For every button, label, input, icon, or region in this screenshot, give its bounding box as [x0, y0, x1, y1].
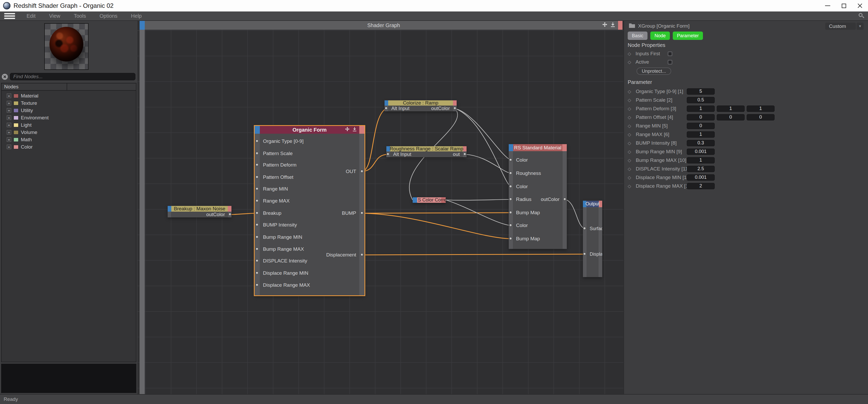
clear-search-button[interactable]: [2, 74, 8, 80]
menu-item-tools[interactable]: Tools: [74, 13, 86, 19]
expand-plus-icon[interactable]: +: [7, 108, 11, 113]
param-value-input[interactable]: 2: [687, 183, 715, 189]
input-port-displace-intensity[interactable]: [256, 259, 258, 262]
expand-plus-icon[interactable]: +: [7, 137, 11, 142]
param-value-input[interactable]: 0.3: [687, 140, 715, 146]
node-output[interactable]: OutputSurfacDispla: [583, 201, 602, 277]
input-port-radius[interactable]: [509, 198, 512, 201]
tab-basic[interactable]: Basic: [628, 32, 648, 40]
search-icon[interactable]: [858, 12, 864, 19]
param-value-input[interactable]: 0: [747, 114, 775, 120]
input-port-color[interactable]: [509, 185, 512, 188]
input-port-organic-type-0-9[interactable]: [256, 140, 258, 143]
import-icon[interactable]: [610, 22, 616, 29]
category-row-material[interactable]: +Material: [2, 92, 136, 99]
category-row-light[interactable]: +Light: [2, 121, 136, 129]
canvas-gutter[interactable]: [140, 21, 145, 394]
input-port-roughness[interactable]: [509, 172, 512, 175]
node-header[interactable]: Roughness Range : Scalar Ramp: [386, 146, 467, 151]
node-header[interactable]: S Color Correc: [413, 197, 446, 203]
output-port-displacement[interactable]: [361, 253, 364, 256]
param-value-input[interactable]: 5: [687, 88, 715, 95]
input-port-pattern-deform[interactable]: [256, 164, 258, 166]
node-header[interactable]: RS Standard Material: [509, 144, 567, 151]
node-s-color-correct[interactable]: S Color Correc: [413, 197, 446, 203]
nodes-column-header[interactable]: Nodes: [2, 83, 67, 90]
param-value-input[interactable]: 2.5: [687, 166, 715, 172]
minimize-button[interactable]: [819, 0, 836, 11]
input-port-alt-input[interactable]: [386, 153, 390, 155]
menu-item-help[interactable]: Help: [131, 13, 142, 19]
output-port-out[interactable]: [463, 153, 466, 155]
input-port-displace-range-max[interactable]: [256, 284, 258, 286]
input-port-bump-map[interactable]: [509, 211, 512, 214]
expand-plus-icon[interactable]: +: [7, 130, 11, 135]
node-roughness-range-scalar-ramp[interactable]: Roughness Range : Scalar RampAlt Inputou…: [386, 146, 467, 157]
graph-header[interactable]: Shader Graph: [145, 21, 622, 30]
param-value-input[interactable]: 0: [687, 114, 715, 120]
node-header[interactable]: Breakup : Maxon Noise: [168, 206, 231, 212]
expand-plus-icon[interactable]: +: [7, 93, 11, 98]
category-row-math[interactable]: +Math: [2, 136, 136, 143]
node-breakup-maxon-noise[interactable]: Breakup : Maxon NoiseoutColor: [168, 206, 231, 218]
input-port-alt-input[interactable]: [385, 107, 388, 110]
category-row-texture[interactable]: +Texture: [2, 99, 136, 107]
find-nodes-input[interactable]: [10, 73, 135, 80]
input-port-bump-range-min[interactable]: [256, 236, 258, 238]
input-port-breakup[interactable]: [256, 212, 258, 214]
move-icon[interactable]: [345, 127, 350, 133]
param-value-input[interactable]: 0.5: [687, 97, 715, 103]
category-row-utility[interactable]: +Utility: [2, 107, 136, 114]
move-icon[interactable]: [602, 22, 608, 29]
hamburger-menu-icon[interactable]: [4, 13, 15, 19]
input-port-color[interactable]: [509, 224, 512, 227]
param-value-input[interactable]: 0.001: [687, 174, 715, 181]
input-port-displace-range-min[interactable]: [256, 271, 258, 275]
input-port-bump-intensity[interactable]: [256, 223, 258, 226]
param-value-input[interactable]: 0.001: [687, 149, 715, 155]
input-port-range-min[interactable]: [256, 187, 258, 190]
param-value-input[interactable]: 1: [687, 157, 715, 164]
input-port-pattern-scale[interactable]: [256, 152, 258, 155]
category-row-environment[interactable]: +Environment: [2, 114, 136, 121]
tab-parameter[interactable]: Parameter: [673, 32, 703, 40]
output-port-outcolor[interactable]: [563, 198, 566, 201]
node-organic-form[interactable]: Organic FormOrganic Type [0-9]Pattern Sc…: [255, 126, 365, 295]
input-port-bump-map[interactable]: [509, 237, 512, 240]
expand-plus-icon[interactable]: +: [7, 115, 11, 120]
chevron-down-icon[interactable]: ▼: [857, 23, 864, 30]
param-value-input[interactable]: 1: [747, 106, 775, 112]
menu-item-edit[interactable]: Edit: [27, 13, 35, 19]
node-rs-standard-material[interactable]: RS Standard MaterialColorRoughnessColorR…: [509, 144, 567, 249]
node-header[interactable]: Output: [583, 201, 602, 207]
output-port-outcolor[interactable]: [454, 107, 456, 110]
close-button[interactable]: [852, 0, 868, 11]
menu-item-options[interactable]: Options: [99, 13, 117, 19]
param-value-input[interactable]: 0: [687, 123, 715, 129]
maximize-button[interactable]: [836, 0, 852, 11]
output-port-outcolor[interactable]: [228, 213, 231, 216]
category-row-color[interactable]: +Color: [2, 143, 136, 151]
input-port-displa[interactable]: [583, 253, 586, 255]
expand-plus-icon[interactable]: +: [7, 101, 11, 105]
tab-node[interactable]: Node: [650, 32, 670, 40]
menu-item-view[interactable]: View: [49, 13, 60, 19]
node-header[interactable]: Colorize : Ramp: [384, 100, 457, 106]
input-port-surfac[interactable]: [583, 227, 586, 230]
param-value-input[interactable]: 1: [687, 132, 715, 138]
param-value-input[interactable]: 1: [687, 106, 715, 112]
expand-plus-icon[interactable]: +: [7, 123, 11, 127]
checkbox-active[interactable]: [668, 60, 672, 64]
checkbox-inputs-first[interactable]: [668, 52, 672, 56]
expand-plus-icon[interactable]: +: [7, 145, 11, 149]
node-colorize-ramp[interactable]: Colorize : RampAlt InputoutColor: [384, 100, 457, 111]
empty-column-header[interactable]: [67, 83, 136, 90]
unprotect-button[interactable]: Unprotect...: [637, 67, 671, 75]
param-value-input[interactable]: 0: [717, 114, 745, 120]
input-port-bump-range-max[interactable]: [256, 248, 258, 251]
category-row-volume[interactable]: +Volume: [2, 129, 136, 136]
input-port-pattern-offset[interactable]: [256, 176, 258, 178]
input-port-color[interactable]: [509, 158, 512, 161]
output-port-out[interactable]: [361, 170, 364, 173]
output-port-bump[interactable]: [361, 212, 364, 214]
